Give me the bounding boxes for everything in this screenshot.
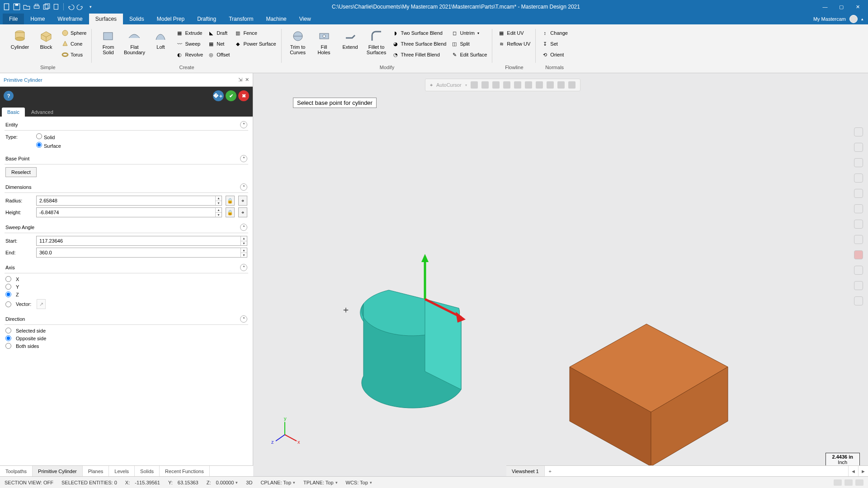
my-mastercam-link[interactable]: My Mastercam — [813, 16, 846, 22]
dock-btn-9[interactable] — [854, 250, 863, 259]
window-close-button[interactable]: ✕ — [850, 2, 865, 12]
panel-pin-icon[interactable]: ⇲ — [238, 77, 242, 83]
btab-solids[interactable]: Solids — [135, 466, 160, 476]
btab-recent-functions[interactable]: Recent Functions — [160, 466, 210, 476]
collapse-direction-icon[interactable]: ˄ — [240, 315, 247, 323]
height-spin-down[interactable]: ▼ — [216, 213, 222, 217]
reselect-button[interactable]: Reselect — [5, 167, 37, 177]
radius-lock-icon[interactable]: 🔒 — [226, 196, 235, 206]
axis-x-radio[interactable]: X — [5, 276, 247, 282]
extend-button[interactable]: Extend — [339, 28, 362, 50]
dock-btn-4[interactable] — [854, 174, 863, 183]
two-surface-blend-button[interactable]: ◗Two Surface Blend — [391, 28, 448, 38]
viewsheet-scroll-left[interactable]: ◄ — [848, 466, 858, 476]
tab-wireframe[interactable]: Wireframe — [51, 14, 89, 24]
three-fillet-blend-button[interactable]: ◔Three Fillet Blend — [391, 50, 448, 60]
dir-opposite-radio[interactable]: Opposite side — [5, 335, 247, 341]
fill-holes-button[interactable]: Fill Holes — [312, 28, 336, 55]
collapse-basepoint-icon[interactable]: ˄ — [240, 155, 247, 162]
cylinder-button[interactable]: Cylinder — [8, 28, 32, 50]
fillet-to-surfaces-button[interactable]: Fillet to Surfaces — [365, 28, 388, 55]
radius-pick-icon[interactable]: ⌖ — [238, 196, 247, 206]
offset-button[interactable]: ◎Offset — [207, 50, 231, 60]
qat-copy-icon[interactable] — [52, 3, 61, 11]
window-maximize-button[interactable]: ▢ — [834, 2, 849, 12]
untrim-button[interactable]: ◻Untrim▾ — [450, 28, 488, 38]
user-avatar-icon[interactable] — [849, 15, 858, 23]
flat-boundary-button[interactable]: Flat Boundary — [123, 28, 146, 55]
height-spin-up[interactable]: ▲ — [216, 208, 222, 213]
tab-view[interactable]: View — [293, 14, 317, 24]
status-wcs[interactable]: WCS: Top — [346, 480, 372, 485]
revolve-button[interactable]: ◐Revolve — [175, 50, 204, 60]
radius-spin-down[interactable]: ▼ — [216, 201, 222, 206]
net-button[interactable]: ▦Net — [207, 39, 231, 49]
dir-both-radio[interactable]: Both sides — [5, 343, 247, 349]
viewsheet-scroll-right[interactable]: ► — [858, 466, 868, 476]
collapse-dimensions-icon[interactable]: ˄ — [240, 183, 247, 191]
fence-button[interactable]: ▥Fence — [233, 28, 277, 38]
power-surface-button[interactable]: ◆Power Surface — [233, 39, 277, 49]
dock-btn-10[interactable] — [854, 266, 863, 275]
type-solid-radio[interactable]: Solid — [36, 133, 55, 140]
tab-solids[interactable]: Solids — [123, 14, 151, 24]
qat-save-icon[interactable] — [13, 3, 21, 11]
tab-file[interactable]: File — [3, 14, 24, 24]
start-spin-down[interactable]: ▼ — [241, 241, 247, 246]
dock-btn-3[interactable] — [854, 158, 863, 167]
panel-tab-advanced[interactable]: Advanced — [26, 108, 59, 117]
status-indicator-2-icon[interactable] — [844, 479, 853, 486]
panel-apply-new-button[interactable]: �＋ — [213, 90, 224, 101]
trim-to-curves-button[interactable]: Trim to Curves — [286, 28, 310, 55]
qat-undo-icon[interactable] — [66, 3, 75, 11]
dock-btn-2[interactable] — [854, 143, 863, 152]
status-tplane[interactable]: TPLANE: Top — [303, 480, 337, 485]
change-normals-button[interactable]: ↕Change — [540, 28, 569, 38]
sweep-button[interactable]: 〰Sweep — [175, 39, 204, 49]
start-angle-input[interactable]: ▲▼ — [36, 236, 247, 246]
collapse-entity-icon[interactable]: ˄ — [240, 121, 247, 128]
dir-selected-radio[interactable]: Selected side — [5, 328, 247, 333]
status-z[interactable]: Z: 0.00000 — [207, 480, 238, 485]
end-angle-input[interactable]: ▲▼ — [36, 248, 247, 258]
collapse-axis-icon[interactable]: ˄ — [240, 264, 247, 271]
axis-vector-radio[interactable]: Vector:↗ — [5, 299, 247, 309]
qat-new-icon[interactable] — [3, 3, 11, 11]
torus-button[interactable]: Torus — [61, 50, 87, 60]
tab-model-prep[interactable]: Model Prep — [151, 14, 191, 24]
end-spin-up[interactable]: ▲ — [241, 248, 247, 253]
panel-close-icon[interactable]: ✕ — [245, 77, 249, 83]
loft-button[interactable]: Loft — [149, 28, 172, 50]
block-button[interactable]: Block — [34, 28, 58, 50]
dock-btn-12[interactable] — [854, 296, 863, 305]
draft-button[interactable]: ◣Draft — [207, 28, 231, 38]
tab-home[interactable]: Home — [24, 14, 51, 24]
add-viewsheet-button[interactable]: + — [545, 466, 556, 476]
dock-btn-5[interactable] — [854, 189, 863, 198]
qat-saveall-icon[interactable] — [42, 3, 51, 11]
qat-print-icon[interactable] — [33, 3, 41, 11]
btab-toolpaths[interactable]: Toolpaths — [0, 466, 33, 476]
type-surface-radio[interactable]: Surface — [36, 142, 61, 149]
qat-redo-icon[interactable] — [76, 3, 85, 11]
panel-tab-basic[interactable]: Basic — [2, 108, 25, 117]
cone-button[interactable]: Cone — [61, 39, 87, 49]
status-indicator-3-icon[interactable] — [855, 479, 863, 486]
dock-btn-8[interactable] — [854, 235, 863, 244]
edit-uv-button[interactable]: ▦Edit UV — [497, 28, 531, 38]
set-normals-button[interactable]: ↧Set — [540, 39, 569, 49]
three-surface-blend-button[interactable]: ◕Three Surface Blend — [391, 39, 448, 49]
status-section-view[interactable]: SECTION VIEW: OFF — [5, 480, 53, 485]
dock-btn-7[interactable] — [854, 220, 863, 229]
status-cplane[interactable]: CPLANE: Top — [260, 480, 295, 485]
btab-planes[interactable]: Planes — [83, 466, 109, 476]
btab-primitive-cylinder[interactable]: Primitive Cylinder — [33, 466, 83, 476]
height-input[interactable]: ▲▼ — [36, 207, 222, 217]
orient-normals-button[interactable]: ⟲Orient — [540, 50, 569, 60]
btab-levels[interactable]: Levels — [109, 466, 135, 476]
status-mode[interactable]: 3D — [246, 480, 252, 485]
extrude-button[interactable]: ▦Extrude — [175, 28, 204, 38]
split-button[interactable]: ◫Split — [450, 39, 488, 49]
viewsheet-tab[interactable]: Viewsheet 1 — [506, 466, 545, 476]
dock-btn-1[interactable] — [854, 127, 863, 136]
